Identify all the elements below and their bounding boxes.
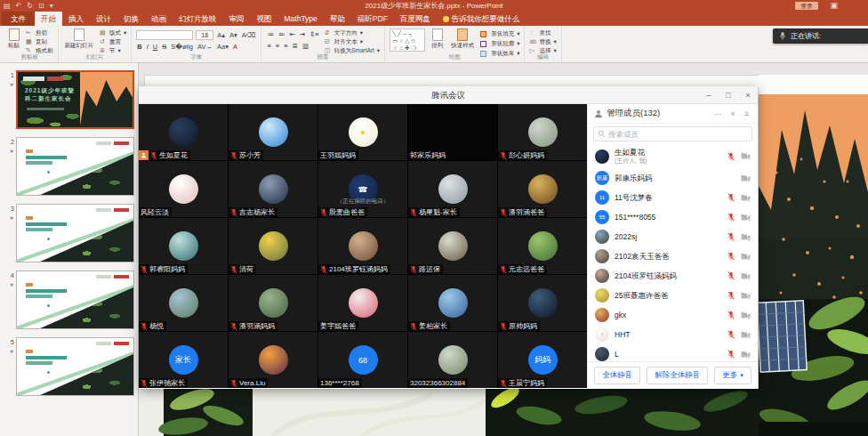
panel-footer-button[interactable]: 全体静音: [594, 367, 640, 384]
participant-tile[interactable]: ● 王羽嫣妈妈: [318, 104, 407, 160]
shape-fill-button[interactable]: 形状填充▾: [480, 30, 519, 37]
font-color-icon[interactable]: A: [232, 43, 238, 52]
member-mic-muted-icon[interactable]: [727, 232, 735, 241]
line-spacing-icon[interactable]: ⇕≡: [309, 30, 320, 39]
member-search-input[interactable]: [608, 130, 748, 139]
participant-tile[interactable]: 原帅妈妈: [498, 275, 587, 331]
layout-button[interactable]: ▤版式▾: [100, 29, 126, 36]
text-direction-button[interactable]: ⇵文字方向▾: [325, 29, 380, 36]
member-mic-muted-icon[interactable]: [727, 330, 735, 339]
meeting-titlebar[interactable]: 腾讯会议 – □ ×: [139, 86, 758, 104]
shape-outline-button[interactable]: 形状轮廓▾: [480, 40, 519, 47]
align-left-icon[interactable]: ≡: [266, 42, 271, 51]
slide-thumbnail-image[interactable]: 2021级少年班暨 科二新生家长会: [16, 70, 134, 129]
meeting-maximize-button[interactable]: □: [719, 86, 738, 104]
panel-menu-icon[interactable]: ≡: [742, 109, 751, 118]
ribbon-tab-idx4[interactable]: 切换: [117, 12, 145, 26]
member-row[interactable]: 2104班罗钰涵妈妈: [588, 266, 758, 286]
align-text-button[interactable]: ⊟对齐文本▾: [325, 38, 380, 45]
participant-tile[interactable]: 杨悦: [139, 275, 228, 331]
member-mic-muted-icon[interactable]: [727, 271, 735, 280]
member-row[interactable]: 25班聂惠许爸爸: [588, 286, 758, 305]
participant-tile[interactable]: 杨星魁-家长: [408, 161, 497, 217]
char-spacing-icon[interactable]: AV↔: [197, 43, 213, 52]
panel-more-icon[interactable]: ⋯: [711, 109, 724, 118]
panel-footer-button[interactable]: 更多▾: [714, 367, 751, 384]
ribbon-tab-idx10[interactable]: 帮助: [324, 12, 351, 26]
participant-tile[interactable]: 彭心妍妈妈: [498, 104, 587, 160]
columns-icon[interactable]: ▥: [301, 42, 309, 51]
member-mic-muted-icon[interactable]: [727, 152, 735, 161]
participant-tile[interactable]: 姜宇嫣爸爸: [318, 275, 407, 331]
member-camera-off-icon[interactable]: [741, 272, 751, 280]
meeting-close-button[interactable]: ×: [738, 86, 758, 104]
font-name-select[interactable]: [136, 30, 193, 40]
slide-thumbnail-image[interactable]: [16, 337, 134, 396]
participant-tile[interactable]: 清荷: [229, 218, 317, 274]
panel-footer-button[interactable]: 解除全体静音: [647, 367, 708, 384]
cut-button[interactable]: ✂剪切: [26, 29, 53, 36]
indent-more-icon[interactable]: ⇥: [299, 30, 306, 39]
participant-tile[interactable]: ☎ （正在接听的电话） 殷麦曲爸爸: [318, 161, 407, 217]
participant-tile[interactable]: Vera.Liu: [229, 332, 317, 388]
bullets-icon[interactable]: ≔: [266, 30, 275, 39]
justify-icon[interactable]: ≣: [292, 42, 299, 51]
participant-tile[interactable]: 32032366302884: [408, 332, 497, 388]
ribbon-tab-idx9[interactable]: MathType: [278, 12, 324, 26]
italic-button[interactable]: I: [146, 43, 149, 52]
window-restore-icon[interactable]: ▣: [830, 1, 838, 11]
ribbon-tab-idx12[interactable]: 百度网盘: [394, 12, 437, 26]
shrink-font-icon[interactable]: A▾: [229, 31, 238, 40]
strikethrough-button[interactable]: S: [161, 43, 167, 52]
meeting-minimize-button[interactable]: –: [699, 86, 719, 104]
member-camera-off-icon[interactable]: [741, 233, 751, 241]
member-camera-off-icon[interactable]: [741, 292, 751, 300]
panel-close-icon[interactable]: ×: [727, 109, 737, 118]
paste-button[interactable]: 粘贴: [6, 28, 21, 48]
reset-button[interactable]: ↺重置: [100, 38, 126, 45]
member-row[interactable]: 2102袁天玉爸爸: [588, 246, 758, 266]
underline-button[interactable]: U: [152, 43, 158, 52]
member-camera-off-icon[interactable]: [741, 311, 751, 319]
case-icon[interactable]: Aa▾: [216, 43, 229, 52]
member-row[interactable]: gkx: [588, 305, 758, 325]
member-camera-off-icon[interactable]: [741, 214, 751, 222]
participant-tile[interactable]: 元志远爸爸: [498, 218, 587, 274]
find-button[interactable]: ◌查找: [529, 29, 556, 36]
member-row[interactable]: ! HHT: [588, 325, 758, 344]
align-center-icon[interactable]: ≡: [275, 42, 280, 51]
participant-tile[interactable]: 郭家乐妈妈: [408, 104, 497, 160]
slide-thumbnail[interactable]: 3 ★: [2, 204, 135, 262]
slide-thumbnail[interactable]: 4 ★: [2, 270, 135, 329]
member-mic-muted-icon[interactable]: [727, 350, 735, 359]
replace-button[interactable]: ab替换▾: [529, 38, 556, 45]
participant-tile[interactable]: 潘羽涵妈妈: [229, 275, 317, 331]
member-camera-off-icon[interactable]: [741, 331, 751, 339]
participant-tile[interactable]: 生如夏花: [139, 104, 228, 160]
clear-format-icon[interactable]: A⌫: [241, 31, 257, 40]
grow-font-icon[interactable]: A▴: [216, 31, 226, 40]
ribbon-tab-file[interactable]: 文件: [2, 12, 35, 26]
participant-tile[interactable]: 家长 张伊驰家长: [139, 332, 228, 388]
new-slide-button[interactable]: 新建幻灯片: [63, 28, 96, 48]
member-mic-muted-icon[interactable]: [727, 193, 735, 202]
slide-thumbnail-image[interactable]: [16, 204, 134, 262]
ribbon-tab-idx11[interactable]: 福昕PDF: [351, 12, 394, 26]
quick-styles-button[interactable]: 快速样式: [449, 28, 476, 48]
member-row[interactable]: 郭康 郭康乐妈妈: [588, 168, 758, 188]
participant-tile[interactable]: 68 136****2768: [318, 332, 407, 388]
copy-button[interactable]: ▦复制: [26, 38, 53, 45]
participant-tile[interactable]: 2104班罗钰涵妈妈: [318, 218, 407, 274]
member-mic-muted-icon[interactable]: [727, 213, 735, 222]
shapes-gallery[interactable]: ╲╱─┐▭○△◇☆⌂✚❍: [390, 28, 425, 52]
numbering-icon[interactable]: ≕: [277, 30, 286, 39]
ribbon-tab-idx6[interactable]: 幻灯片放映: [173, 12, 223, 26]
member-mic-muted-icon[interactable]: [727, 311, 735, 319]
ribbon-tab-idx3[interactable]: 设计: [90, 12, 117, 26]
arrange-button[interactable]: 排列: [430, 28, 445, 48]
slide-thumbnail[interactable]: 2 ★: [2, 137, 135, 196]
member-row[interactable]: 生如夏花 (主持人, 我): [588, 144, 758, 168]
participant-tile[interactable]: 吉志杨家长: [229, 161, 317, 217]
shadow-button[interactable]: S�ølig: [170, 43, 194, 52]
member-row[interactable]: L: [588, 344, 758, 361]
